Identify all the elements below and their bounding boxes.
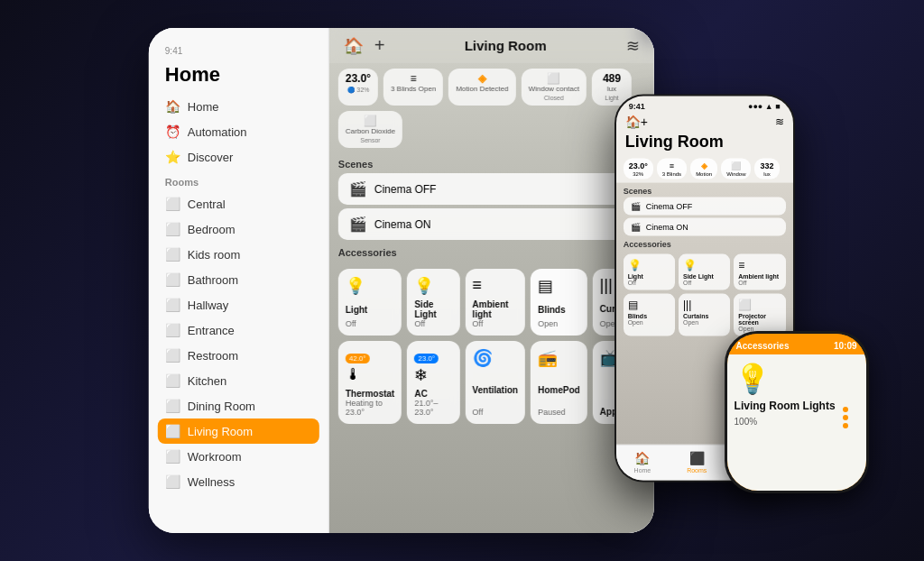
iphone-acc-projector[interactable]: ⬜ Projector screen Open <box>734 294 785 336</box>
iphone-cinema-on-label: Cinema ON <box>646 223 688 232</box>
sidebar-central-label: Central <box>188 198 226 211</box>
iphone-header: 🏠 + ≋ <box>616 113 793 133</box>
sidebar-item-home[interactable]: 🏠 Home <box>158 94 319 119</box>
thermostat-name: Thermostat <box>346 389 394 399</box>
sidebar-item-entrance[interactable]: ⬜ Entrance <box>158 317 319 343</box>
ambient-status: Off <box>472 319 518 328</box>
acc-ambient[interactable]: ≡ Ambient light Off <box>465 269 525 336</box>
hallway-icon: ⬜ <box>165 298 180 312</box>
iphone-motion-chip[interactable]: ◈ Motion <box>690 159 717 179</box>
iphone-cinema-off-icon: 🎬 <box>631 202 641 211</box>
iphone-cinema-off-label: Cinema OFF <box>646 202 693 211</box>
blinds-chip[interactable]: ≡ 3 Blinds Open <box>383 69 443 106</box>
window-chip[interactable]: ⬜ Window contact Closed <box>521 69 586 106</box>
sidebar-item-discover[interactable]: ⭐ Discover <box>158 144 319 170</box>
sidebar-item-kitchen[interactable]: ⬜ Kitchen <box>158 368 319 393</box>
scenes-label: Scenes <box>338 159 645 170</box>
thermostat-badge: 42.0° <box>346 354 370 363</box>
watch-header: Accessories 10:09 <box>727 334 866 354</box>
cinema-off-icon: 🎬 <box>349 180 367 198</box>
acc-homepod[interactable]: 📻 HomePod Paused <box>531 341 587 424</box>
acc-sidelight[interactable]: 💡 Side Light Off <box>407 269 459 336</box>
bedroom-icon: ⬜ <box>165 222 180 236</box>
restroom-icon: ⬜ <box>165 348 180 363</box>
iphone-acc-sidelight[interactable]: 💡 Side Light Off <box>679 254 730 290</box>
ipad-device: 9:41 Home 🏠 Home ⏰ Automation ⭐ Discover… <box>149 28 654 533</box>
watch-light-icon: 💡 <box>735 362 859 396</box>
iphone-nav-home[interactable]: 🏠 Home <box>634 451 651 474</box>
sidebar-item-livingroom[interactable]: ⬜ Living Room <box>158 418 319 444</box>
waveform-icon[interactable]: ≋ <box>626 36 640 56</box>
iphone-projector-icon: ⬜ <box>738 299 781 311</box>
iphone-blinds-icon: ▤ <box>628 299 670 311</box>
iphone-status-bar: 9:41 ●●● ▲ ■ <box>616 97 793 113</box>
sidebar-title: Home <box>158 60 319 94</box>
entrance-icon: ⬜ <box>165 323 180 337</box>
iphone-add-icon[interactable]: + <box>641 115 648 129</box>
temperature-chip[interactable]: 23.0° 🔵 32% <box>338 69 378 106</box>
sidebar-item-workroom[interactable]: ⬜ Workroom <box>158 444 319 469</box>
iphone-sidelight-name: Side Light <box>683 273 725 280</box>
sidebar-item-hallway[interactable]: ⬜ Hallway <box>158 292 319 317</box>
iphone-acc-ambient[interactable]: ≡ Ambient light Off <box>734 254 785 290</box>
iphone-scene-on[interactable]: 🎬 Cinema ON <box>624 218 786 236</box>
scene-cinema-off[interactable]: 🎬 Cinema OFF <box>338 173 645 205</box>
cinema-on-icon: 🎬 <box>349 216 367 233</box>
iphone-acc-light[interactable]: 💡 Light Off <box>624 254 675 290</box>
iphone-acc-blinds[interactable]: ▤ Blinds Open <box>624 294 675 336</box>
scene-cinema-on[interactable]: 🎬 Cinema ON <box>338 208 645 240</box>
acc-blinds[interactable]: ▤ Blinds Open <box>531 269 587 336</box>
sidebar-item-kidsroom[interactable]: ⬜ Kids room <box>158 242 319 267</box>
motion-chip[interactable]: ◈ Motion Detected <box>448 69 515 106</box>
sidebar-item-central[interactable]: ⬜ Central <box>158 191 319 216</box>
sidelight-status: Off <box>414 319 452 328</box>
iphone-home-icon[interactable]: 🏠 <box>625 115 641 129</box>
iphone-curtains-status: Open <box>683 319 725 326</box>
iphone-wave-icon[interactable]: ≋ <box>775 115 784 128</box>
watch-accessories-label: Accessories <box>736 341 790 351</box>
acc-thermostat[interactable]: 42.0° 🌡 Thermostat Heating to 23.0° <box>338 341 402 424</box>
ac-badge: 23.0° <box>414 354 439 363</box>
sidebar-item-automation[interactable]: ⏰ Automation <box>158 119 319 144</box>
workroom-icon: ⬜ <box>165 449 180 464</box>
iphone-window-chip[interactable]: ⬜ Window <box>721 159 751 179</box>
sidebar-item-dining[interactable]: ⬜ Dining Room <box>158 393 319 418</box>
central-icon: ⬜ <box>165 197 180 211</box>
main-header: 🏠 + Living Room ≋ <box>329 28 654 63</box>
iphone-nav-rooms[interactable]: ⬛ Rooms <box>687 451 707 474</box>
rooms-section-label: Rooms <box>158 170 319 191</box>
watch-time: 10:09 <box>834 341 857 351</box>
sidebar-item-bedroom[interactable]: ⬜ Bedroom <box>158 216 319 242</box>
iphone-acc-curtains[interactable]: ||| Curtains Open <box>679 294 730 336</box>
iphone-scene-off[interactable]: 🎬 Cinema OFF <box>624 198 786 216</box>
wellness-icon: ⬜ <box>165 474 180 489</box>
bathroom-icon: ⬜ <box>165 272 180 287</box>
co2-chip[interactable]: ⬜ Carbon Dioxide Sensor <box>338 111 402 148</box>
acc-light[interactable]: 💡 Light Off <box>338 269 402 336</box>
iphone-blinds-chip[interactable]: ≡ 3 Blinds <box>657 159 687 179</box>
ambient-icon: ≡ <box>472 276 518 295</box>
acc-ventilation[interactable]: 🌀 Ventilation Off <box>465 341 525 424</box>
blinds-name: Blinds <box>538 305 580 315</box>
iphone-curtains-name: Curtains <box>683 313 725 319</box>
iphone-sidelight-icon: 💡 <box>683 259 725 271</box>
iphone-scenes: 🎬 Cinema OFF 🎬 Cinema ON <box>616 198 793 236</box>
automation-icon: ⏰ <box>165 124 180 139</box>
sidebar-item-bathroom[interactable]: ⬜ Bathroom <box>158 267 319 292</box>
iphone-sidelight-status: Off <box>683 280 725 286</box>
iphone-lux-chip[interactable]: 332 lux <box>754 159 779 179</box>
home-icon: 🏠 <box>165 99 180 114</box>
iphone-temp-chip[interactable]: 23.0° 32% <box>624 159 653 179</box>
sidebar-wellness-label: Wellness <box>188 475 236 489</box>
blinds-status: Open <box>538 319 580 328</box>
sidebar-item-wellness[interactable]: ⬜ Wellness <box>158 469 319 494</box>
ambient-name: Ambient light <box>472 299 518 319</box>
light-status: Off <box>346 319 394 328</box>
acc-ac[interactable]: 23.0° ❄ AC 21.0°–23.0° <box>407 341 459 424</box>
iphone-ambient-icon: ≡ <box>738 259 781 271</box>
ipad-time: 9:41 <box>158 42 319 60</box>
sidebar-item-restroom[interactable]: ⬜ Restroom <box>158 343 319 368</box>
home-nav-icon[interactable]: 🏠 <box>344 36 364 56</box>
homepod-status: Paused <box>538 408 580 417</box>
add-icon[interactable]: + <box>374 35 385 56</box>
